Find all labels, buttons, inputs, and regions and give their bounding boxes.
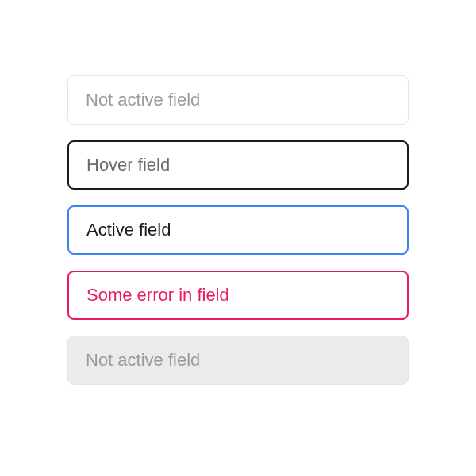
input-placeholder: Not active field [86, 350, 200, 370]
input-field-disabled: Not active field [67, 336, 409, 385]
input-field-error[interactable]: Some error in field [67, 271, 409, 320]
input-field-inactive[interactable]: Not active field [67, 75, 409, 125]
input-placeholder: Not active field [86, 90, 200, 110]
input-field-active[interactable]: Active field [67, 205, 409, 255]
input-value: Active field [86, 220, 171, 240]
input-field-hover[interactable]: Hover field [67, 140, 409, 190]
input-value: Some error in field [86, 285, 229, 305]
input-placeholder: Hover field [86, 155, 170, 175]
